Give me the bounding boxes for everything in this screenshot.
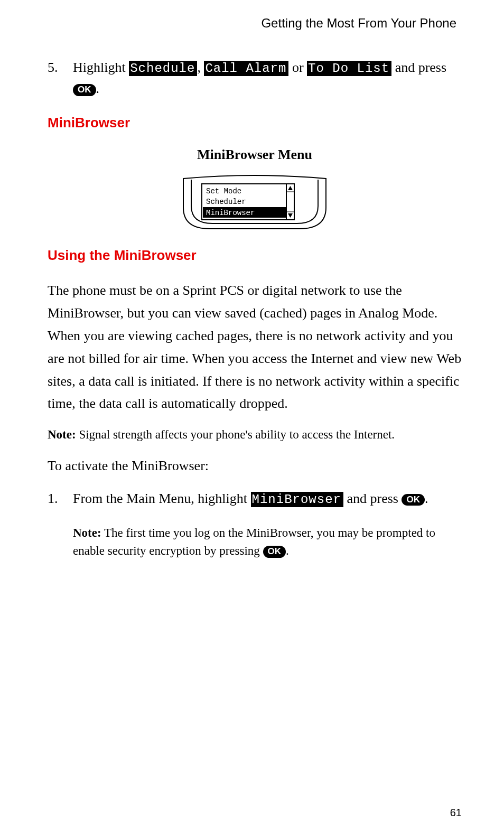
page-header: Getting the Most From Your Phone xyxy=(48,16,462,31)
text: . xyxy=(425,491,428,506)
heading-using-minibrowser: Using the MiniBrowser xyxy=(48,247,462,264)
step-body: Highlight Schedule, Call Alarm or To Do … xyxy=(73,57,462,99)
page-number: 61 xyxy=(450,807,462,819)
step-5: 5. Highlight Schedule, Call Alarm or To … xyxy=(48,57,462,99)
heading-minibrowser-menu: MiniBrowser Menu xyxy=(48,147,462,163)
text: . xyxy=(96,81,100,96)
text: and press xyxy=(343,491,402,506)
menu-item-todo-list: To Do List xyxy=(307,61,391,76)
text: . xyxy=(286,544,289,557)
step-1: 1. From the Main Menu, highlight MiniBro… xyxy=(48,488,462,571)
menu-item-schedule: Schedule xyxy=(129,61,197,76)
note-label: Note: xyxy=(73,526,101,539)
heading-minibrowser: MiniBrowser xyxy=(48,115,462,131)
text: and press xyxy=(391,60,446,75)
step-number: 1. xyxy=(48,488,73,571)
diagram-item-2: Scheduler xyxy=(206,198,246,206)
ok-button-icon: OK xyxy=(73,84,96,96)
note-text: Signal strength affects your phone's abi… xyxy=(76,428,395,441)
paragraph-activate: To activate the MiniBrowser: xyxy=(48,455,462,478)
text: , xyxy=(197,60,204,75)
menu-item-call-alarm: Call Alarm xyxy=(204,61,288,76)
page-content: Getting the Most From Your Phone 5. High… xyxy=(0,0,504,571)
menu-item-minibrowser: MiniBrowser xyxy=(251,492,343,507)
ok-button-icon: OK xyxy=(402,494,425,506)
step-body: From the Main Menu, highlight MiniBrowse… xyxy=(73,488,462,571)
diagram-item-3: MiniBrowser xyxy=(206,209,255,217)
text: From the Main Menu, highlight xyxy=(73,491,251,506)
note-label: Note: xyxy=(48,428,76,441)
note-first-login: Note: The first time you log on the Mini… xyxy=(73,524,462,561)
phone-screen-diagram: Set Mode Scheduler MiniBrowser xyxy=(181,173,329,231)
diagram-item-1: Set Mode xyxy=(206,187,241,195)
note-signal: Note: Signal strength affects your phone… xyxy=(48,426,462,444)
text: Highlight xyxy=(73,60,129,75)
paragraph-usage: The phone must be on a Sprint PCS or dig… xyxy=(48,279,462,415)
ok-button-icon: OK xyxy=(263,546,286,558)
text: or xyxy=(288,60,307,75)
note-text: The first time you log on the MiniBrowse… xyxy=(73,526,435,558)
step-number: 5. xyxy=(48,57,73,99)
